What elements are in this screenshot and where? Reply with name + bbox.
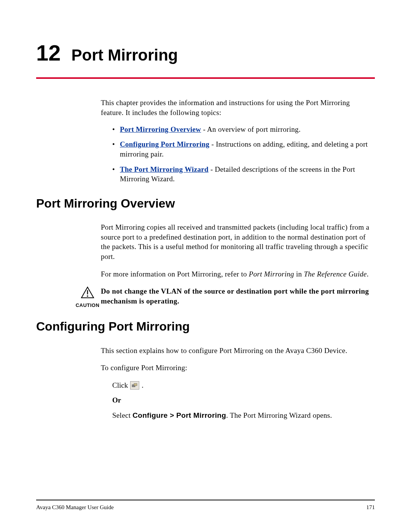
intro-paragraph: This chapter provides the information an… bbox=[101, 98, 371, 117]
italic-text: The Reference Guide bbox=[304, 270, 366, 278]
text: For more information on Port Mirroring, … bbox=[101, 270, 249, 278]
click-instruction: Click . bbox=[112, 380, 371, 390]
caution-icon bbox=[81, 286, 94, 301]
footer-guide-name: Avaya C360 Manager User Guide bbox=[36, 503, 114, 511]
configure-para1: This section explains how to configure P… bbox=[101, 346, 371, 356]
page-footer: Avaya C360 Manager User Guide 171 bbox=[36, 500, 375, 511]
italic-text: Port Mirroring bbox=[249, 270, 294, 278]
footer-page-number: 171 bbox=[366, 503, 375, 511]
overview-block: Port Mirroring copies all received and t… bbox=[101, 222, 371, 279]
page: 12 Port Mirroring This chapter provides … bbox=[0, 0, 411, 532]
topic-item: The Port Mirroring Wizard - Detailed des… bbox=[112, 165, 371, 184]
text: in bbox=[294, 270, 304, 278]
select-instruction: Select Configure > Port Mirroring. The P… bbox=[112, 411, 371, 420]
menu-path: Configure > Port Mirroring bbox=[132, 411, 226, 419]
step-block: Click . Or Select Configure > Port Mirro… bbox=[112, 380, 371, 420]
configure-para2: To configure Port Mirroring: bbox=[101, 363, 371, 373]
caution-text: Do not change the VLAN of the source or … bbox=[101, 286, 375, 306]
header-rule bbox=[36, 77, 375, 79]
svg-rect-4 bbox=[134, 383, 137, 386]
footer-row: Avaya C360 Manager User Guide 171 bbox=[36, 503, 375, 511]
intro-block: This chapter provides the information an… bbox=[101, 98, 371, 184]
text: . bbox=[367, 270, 369, 278]
footer-rule bbox=[36, 500, 375, 500]
overview-para1: Port Mirroring copies all received and t… bbox=[101, 222, 371, 262]
topic-desc: - An overview of port mirroring. bbox=[201, 125, 301, 133]
caution-icon-column: CAUTION bbox=[36, 286, 101, 308]
topic-item: Port Mirroring Overview - An overview of… bbox=[112, 125, 371, 134]
configure-block: This section explains how to configure P… bbox=[101, 346, 371, 373]
port-mirroring-toolbar-icon bbox=[130, 381, 139, 390]
click-label: Click bbox=[112, 380, 128, 390]
or-label: Or bbox=[112, 395, 371, 405]
overview-para2: For more information on Port Mirroring, … bbox=[101, 269, 371, 279]
chapter-number: 12 bbox=[36, 38, 61, 68]
click-end: . bbox=[142, 380, 143, 390]
caution-label: CAUTION bbox=[74, 302, 101, 309]
caution-block: CAUTION Do not change the VLAN of the so… bbox=[36, 286, 375, 308]
chapter-title: Port Mirroring bbox=[72, 45, 178, 66]
text: . The Port Mirroring Wizard opens. bbox=[226, 411, 332, 419]
svg-point-2 bbox=[87, 296, 88, 297]
link-wizard[interactable]: The Port Mirroring Wizard bbox=[120, 165, 209, 173]
topic-list: Port Mirroring Overview - An overview of… bbox=[112, 125, 371, 184]
text: Select bbox=[112, 411, 132, 419]
chapter-header: 12 Port Mirroring bbox=[36, 38, 375, 68]
topic-item: Configuring Port Mirroring - Instruction… bbox=[112, 139, 371, 159]
link-configuring[interactable]: Configuring Port Mirroring bbox=[120, 140, 209, 148]
section-heading-configuring: Configuring Port Mirroring bbox=[36, 318, 375, 335]
link-overview[interactable]: Port Mirroring Overview bbox=[120, 125, 201, 133]
section-heading-overview: Port Mirroring Overview bbox=[36, 195, 375, 212]
